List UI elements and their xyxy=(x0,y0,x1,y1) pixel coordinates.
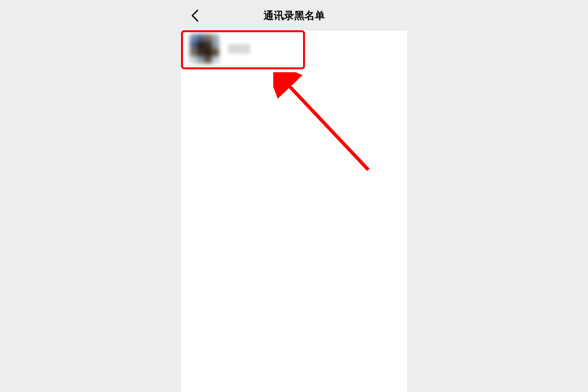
header-bar: 通讯录黑名单 xyxy=(181,0,407,31)
back-icon[interactable] xyxy=(191,9,199,22)
contact-list-item[interactable] xyxy=(181,31,407,67)
page-title: 通讯录黑名单 xyxy=(181,9,407,22)
phone-screen: 通讯录黑名单 xyxy=(181,0,407,392)
contact-name-redacted xyxy=(228,44,250,54)
content-area xyxy=(181,31,407,67)
avatar xyxy=(190,34,219,63)
